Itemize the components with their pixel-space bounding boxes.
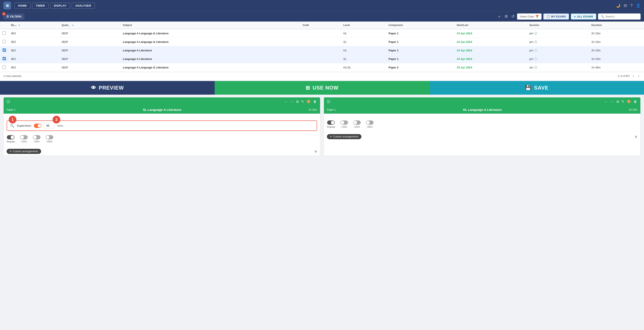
settings-icon[interactable]: ⚙ [504, 13, 509, 20]
left-card-body: 1 2 🔍 Supervision mins Regular [4, 114, 320, 147]
row-code [300, 63, 341, 72]
header-code[interactable]: Code [300, 22, 341, 29]
step-2-badge: 2 [52, 116, 60, 123]
header-subject[interactable]: Subject [120, 22, 300, 29]
preview-button[interactable]: 👁 PREVIEW [0, 81, 215, 95]
right-25pct-toggle[interactable] [353, 120, 361, 125]
right-regular-toggle[interactable] [327, 120, 335, 125]
row-session: pm 🕐 [527, 29, 589, 38]
supervision-mins-input[interactable] [44, 123, 55, 128]
regular-toggle[interactable] [7, 135, 14, 139]
header-duration[interactable]: Duration [589, 22, 644, 29]
right-custom-arrangements-button[interactable]: ⟳ Custom arrangements [327, 134, 362, 139]
next-page-button[interactable]: › [637, 74, 640, 79]
pagination-text: 1–5 of 957 [618, 75, 630, 78]
right-card-header-section: ☑ ← → ⧉ ✎ 🎨 🗑 Paper 1 HL Language A Lite… [324, 97, 640, 114]
supervision-toggle[interactable] [34, 124, 42, 128]
right-card-back-button[interactable]: ← [604, 99, 608, 104]
left-card-delete-button[interactable]: 🗑 [313, 99, 317, 104]
display-button[interactable]: DISPLAY [50, 3, 70, 9]
left-card-edit-button[interactable]: ✎ [301, 99, 304, 104]
left-card-copy-button[interactable]: ⧉ [296, 99, 299, 104]
row-checkbox-cell[interactable] [0, 55, 8, 63]
row-checkbox-cell[interactable] [0, 38, 8, 46]
date-select-button[interactable]: Select Date 📅 [517, 14, 542, 20]
left-card-forward-button[interactable]: → [290, 99, 294, 104]
right-card-copy-button[interactable]: ⧉ [616, 99, 619, 104]
row-checkbox[interactable] [2, 40, 6, 43]
left-card-palette-button[interactable]: 🎨 [306, 99, 311, 104]
header-level[interactable]: Level [341, 22, 386, 29]
row-quali: IBDP [59, 38, 120, 46]
right-card-forward-button[interactable]: → [610, 99, 614, 104]
filter-badge: 2 [2, 12, 6, 16]
nav-right: 🌙 ⊟ ? 👤 [616, 3, 640, 8]
filter-button[interactable]: 2 ☰ FILTERS [4, 14, 24, 20]
50pct-toggle[interactable] [46, 135, 53, 139]
left-card-header-section: ☑ ← → ⧉ ✎ 🎨 🗑 Paper 1 SL Language A Lite… [4, 97, 320, 114]
10pct-label: +10% [21, 140, 26, 143]
left-custom-arrangements-button[interactable]: ⟳ Custom arrangements [6, 149, 41, 154]
right-time-10: +10% [340, 120, 348, 128]
header-board[interactable]: Bo... ▼ [8, 22, 59, 29]
use-now-label: USE NOW [313, 85, 338, 91]
prev-page-button[interactable]: ‹ [632, 74, 635, 79]
left-card-back-button[interactable]: ← [284, 99, 288, 104]
row-checkbox-cell[interactable] [0, 63, 8, 72]
supervision-mins-label: mins [57, 124, 63, 127]
header-session[interactable]: Session ↑ [527, 22, 589, 29]
10pct-toggle[interactable] [20, 135, 28, 139]
use-now-button[interactable]: ⊞ USE NOW [215, 81, 429, 95]
all-exams-button[interactable]: ∞ ALL EXAMS [571, 14, 596, 20]
right-custom-arr-icon: ⟳ [330, 135, 332, 138]
custom-arr-label: Custom arrangements [13, 150, 38, 153]
right-card-palette-button[interactable]: 🎨 [626, 99, 632, 104]
right-card-collapse-button[interactable]: ∨ [635, 134, 638, 139]
filter-icon: ☰ [6, 15, 9, 18]
analyser-button[interactable]: ANALYSER [72, 3, 95, 9]
right-time-regular: Regular [327, 120, 335, 128]
right-50pct-toggle[interactable] [366, 120, 374, 125]
add-button[interactable]: ＋ [496, 13, 502, 20]
row-code [300, 46, 341, 55]
row-checkbox[interactable] [2, 57, 6, 60]
timer-button[interactable]: TIMER [32, 3, 48, 9]
row-checkbox[interactable] [2, 48, 6, 52]
row-session: am 🕐 [527, 63, 589, 72]
table-row: IBO IBDP Language A Language & Literatur… [0, 63, 644, 72]
my-exams-icon: 📋 [546, 15, 550, 18]
left-time-regular: Regular [6, 135, 15, 143]
dark-mode-icon[interactable]: 🌙 [616, 3, 620, 8]
search-box[interactable]: 🔍 [598, 14, 640, 20]
row-checkbox[interactable] [2, 66, 6, 69]
header-component[interactable]: Component [386, 22, 454, 29]
right-card-edit-button[interactable]: ✎ [621, 99, 624, 104]
help-icon[interactable]: ? [630, 4, 632, 8]
row-checkbox[interactable] [2, 31, 6, 35]
left-card-collapse-button[interactable]: ∨ [314, 149, 317, 154]
25pct-toggle[interactable] [33, 135, 40, 139]
right-card-delete-button[interactable]: 🗑 [633, 99, 638, 104]
row-quali: IBDP [59, 29, 120, 38]
right-card-checkbox[interactable]: ☑ [327, 99, 330, 104]
row-level: HL [341, 46, 386, 55]
row-checkbox-cell[interactable] [0, 29, 8, 38]
row-checkbox-cell[interactable] [0, 46, 8, 55]
top-nav: ⊞ HOME TIMER DISPLAY ANALYSER 🌙 ⊟ ? 👤 [0, 0, 644, 11]
save-button[interactable]: 💾 SAVE [429, 81, 644, 95]
search-input[interactable] [606, 15, 638, 18]
row-quali: IBDP [59, 55, 120, 63]
regular-label: Regular [6, 140, 15, 143]
home-button[interactable]: HOME [14, 3, 30, 9]
left-time-25: +25% [33, 135, 40, 143]
refresh-icon[interactable]: ↺ [510, 13, 515, 20]
right-10pct-toggle[interactable] [340, 120, 348, 125]
left-card-checkbox[interactable]: ☑ [6, 99, 10, 104]
user-icon[interactable]: 👤 [636, 3, 640, 8]
header-quali[interactable]: Quali... ▼ [59, 22, 120, 29]
row-code [300, 38, 341, 46]
my-exams-button[interactable]: 📋 MY EXAMS [543, 14, 569, 20]
header-date[interactable]: Next/Last ↑ [454, 22, 527, 29]
layout-icon[interactable]: ⊟ [624, 3, 627, 8]
right-exam-card: ☑ ← → ⧉ ✎ 🎨 🗑 Paper 1 HL Language A Lite… [324, 97, 640, 156]
